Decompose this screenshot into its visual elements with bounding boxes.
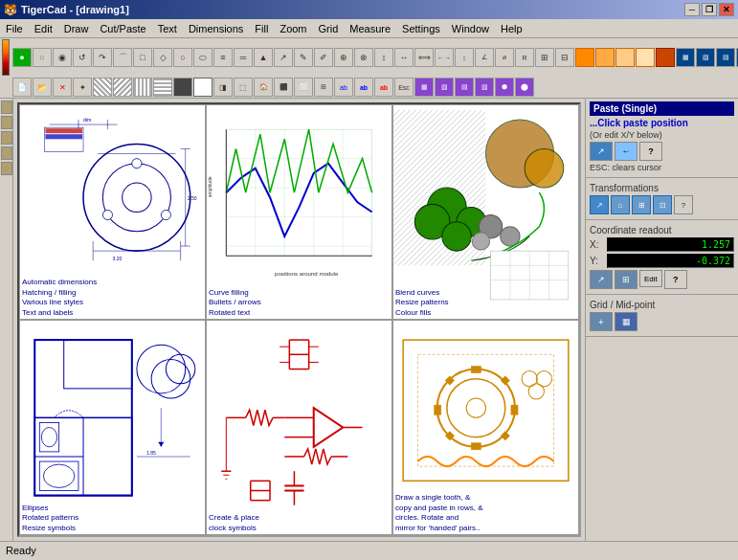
tb-circle-outline[interactable]: ○ bbox=[33, 48, 52, 67]
tb-lines[interactable]: ≡ bbox=[213, 48, 233, 67]
tb2-sym9[interactable]: ▦ bbox=[414, 78, 434, 97]
menu-file[interactable]: File bbox=[0, 21, 29, 36]
menu-edit[interactable]: Edit bbox=[29, 21, 58, 36]
cell6-caption: Draw a single tooth, & copy and paste in… bbox=[393, 492, 578, 534]
tb-cross[interactable]: ⊗ bbox=[354, 48, 373, 67]
tb-vert[interactable]: ↕ bbox=[374, 48, 393, 67]
tb2-sym1[interactable]: 🏠 bbox=[254, 78, 273, 97]
tb2-symC[interactable]: ▨ bbox=[475, 78, 494, 97]
menu-text[interactable]: Text bbox=[152, 21, 183, 36]
menu-settings[interactable]: Settings bbox=[396, 21, 446, 36]
menu-fill[interactable]: Fill bbox=[249, 21, 274, 36]
tb-dim4[interactable]: ⌀ bbox=[495, 48, 514, 67]
tb2-save[interactable]: ✕ bbox=[53, 78, 72, 97]
tb2-sym7[interactable]: ab bbox=[374, 78, 393, 97]
tb-redo[interactable]: ↷ bbox=[93, 48, 112, 67]
trans-btn-1[interactable]: ↗ bbox=[590, 195, 609, 214]
tb-pattern5[interactable] bbox=[656, 48, 675, 67]
grid-btn-2[interactable]: ▦ bbox=[615, 312, 637, 331]
tb2-symE[interactable]: ⬤ bbox=[515, 78, 534, 97]
tb-pattern1[interactable] bbox=[575, 48, 594, 67]
menu-help[interactable]: Help bbox=[495, 21, 528, 36]
tb-grid1[interactable]: ⊞ bbox=[535, 48, 554, 67]
tb-select[interactable]: ● bbox=[12, 48, 32, 67]
tb-plus[interactable]: ⊕ bbox=[334, 48, 353, 67]
tb2-sym6[interactable]: ab bbox=[354, 78, 373, 97]
menu-draw[interactable]: Draw bbox=[58, 21, 95, 36]
tb2-hatch3[interactable] bbox=[133, 78, 152, 97]
close-btn[interactable]: ✕ bbox=[719, 3, 734, 16]
title-bar-buttons[interactable]: ─ ❐ ✕ bbox=[684, 3, 734, 16]
tb-triangle[interactable]: ▲ bbox=[254, 48, 273, 67]
tb2-sym2[interactable]: ⬛ bbox=[274, 78, 293, 97]
trans-btn-2[interactable]: ⌂ bbox=[611, 195, 630, 214]
paste-arrow-btn[interactable]: ↗ bbox=[590, 142, 613, 161]
menu-window[interactable]: Window bbox=[446, 21, 495, 36]
trans-btn-4[interactable]: ⊡ bbox=[653, 195, 672, 214]
tb2-sym8[interactable]: Esc bbox=[394, 78, 414, 97]
coord-btn-2[interactable]: ⊞ bbox=[615, 270, 637, 289]
tb-horiz[interactable]: ↔ bbox=[394, 48, 414, 67]
tb-diamond[interactable]: ◇ bbox=[153, 48, 172, 67]
menu-cutpaste[interactable]: Cut/Paste bbox=[94, 21, 151, 36]
grid-btn-1[interactable]: + bbox=[590, 312, 613, 331]
menu-grid[interactable]: Grid bbox=[313, 21, 345, 36]
tb-dim2[interactable]: ↕ bbox=[455, 48, 474, 67]
restore-btn[interactable]: ❐ bbox=[702, 3, 717, 16]
tb2-symD[interactable]: ⬢ bbox=[495, 78, 514, 97]
tb-dots2[interactable]: ▧ bbox=[696, 48, 715, 67]
tb-dim3[interactable]: ∠ bbox=[475, 48, 494, 67]
paste-left-btn[interactable]: ← bbox=[615, 142, 637, 161]
minimize-btn[interactable]: ─ bbox=[684, 3, 700, 16]
tb2-sym5[interactable]: ab bbox=[334, 78, 353, 97]
tb-ellipse[interactable]: ○ bbox=[173, 48, 192, 67]
tb-dim1[interactable]: ←→ bbox=[435, 48, 454, 67]
tb-pen[interactable]: ✎ bbox=[294, 48, 313, 67]
tb-pattern4[interactable] bbox=[636, 48, 655, 67]
tb2-cross[interactable]: ✦ bbox=[73, 78, 92, 97]
tb2-sym4[interactable]: ⊞ bbox=[314, 78, 333, 97]
tb-oval[interactable]: ⬭ bbox=[193, 48, 212, 67]
coord-help-btn[interactable]: ? bbox=[664, 270, 687, 289]
tb-grid2[interactable]: ⊟ bbox=[555, 48, 574, 67]
tb2-fill1[interactable]: ◨ bbox=[213, 78, 233, 97]
trans-btn-3[interactable]: ⊞ bbox=[632, 195, 651, 214]
tb-undo[interactable]: ↺ bbox=[73, 48, 92, 67]
tb2-hatch[interactable] bbox=[93, 78, 112, 97]
paste-question-btn[interactable]: ? bbox=[639, 142, 662, 161]
tb2-sym3[interactable]: ⬜ bbox=[294, 78, 313, 97]
tb-target[interactable]: ◉ bbox=[53, 48, 72, 67]
strip-btn-4[interactable] bbox=[1, 146, 12, 160]
tb-pattern2[interactable] bbox=[595, 48, 615, 67]
menu-measure[interactable]: Measure bbox=[344, 21, 396, 36]
tb-dbl-line[interactable]: ═ bbox=[234, 48, 253, 67]
tb-dots1[interactable]: ▦ bbox=[676, 48, 695, 67]
coord-edit-btn[interactable]: Edit bbox=[639, 270, 662, 287]
tb2-solid[interactable] bbox=[173, 78, 192, 97]
tb2-symA[interactable]: ▧ bbox=[435, 78, 454, 97]
tb-edit[interactable]: ✐ bbox=[314, 48, 333, 67]
tb-arc[interactable]: ⌒ bbox=[113, 48, 132, 67]
strip-btn-3[interactable] bbox=[1, 131, 12, 145]
title-bar-left: 🐯 TigerCad - [drawing1] bbox=[4, 4, 129, 16]
tb2-new[interactable]: 📄 bbox=[12, 78, 32, 97]
tb2-hatch2[interactable] bbox=[113, 78, 132, 97]
menu-dimensions[interactable]: Dimensions bbox=[183, 21, 249, 36]
tb2-white[interactable] bbox=[193, 78, 212, 97]
tb2-open[interactable]: 📂 bbox=[33, 78, 52, 97]
trans-btn-5[interactable]: ? bbox=[674, 195, 693, 214]
tb-pattern3[interactable] bbox=[615, 48, 635, 67]
tb2-symB[interactable]: ▤ bbox=[455, 78, 474, 97]
tb-dim5[interactable]: R bbox=[515, 48, 534, 67]
tb-arrow[interactable]: ↗ bbox=[274, 48, 293, 67]
tb-rect[interactable]: □ bbox=[133, 48, 152, 67]
tb-dots3[interactable]: ▤ bbox=[716, 48, 735, 67]
strip-btn-1[interactable] bbox=[1, 101, 12, 114]
strip-btn-5[interactable] bbox=[1, 162, 12, 175]
tb-arrows[interactable]: ⟺ bbox=[414, 48, 434, 67]
coord-btn-1[interactable]: ↗ bbox=[590, 270, 613, 289]
strip-btn-2[interactable] bbox=[1, 116, 12, 129]
menu-zoom[interactable]: Zoom bbox=[274, 21, 312, 36]
tb2-fill2[interactable]: ⬚ bbox=[234, 78, 253, 97]
tb2-hatch4[interactable] bbox=[153, 78, 172, 97]
